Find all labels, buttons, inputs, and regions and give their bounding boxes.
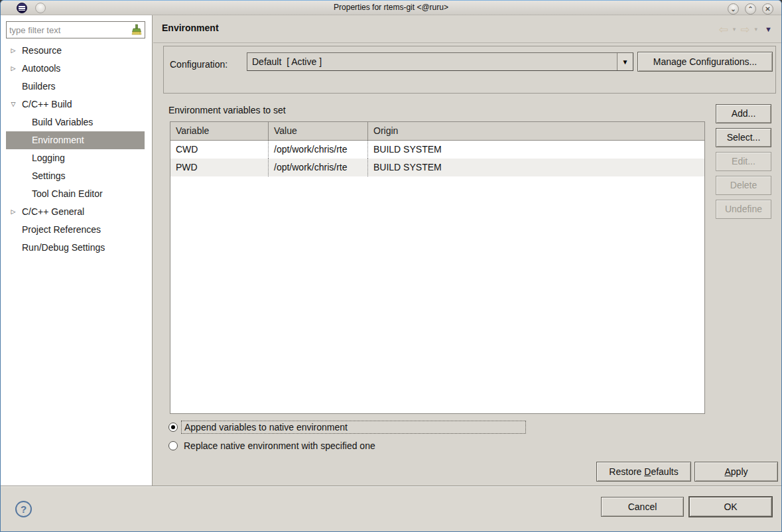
dialog-footer: ? Cancel OK <box>1 486 781 531</box>
sidebar-item-autotools[interactable]: ▷Autotools <box>6 60 145 78</box>
properties-dialog: Properties for rtems-git <@ruru> ⌄ ⌃ ✕ ▷… <box>0 0 782 532</box>
combo-dropdown-icon[interactable]: ▼ <box>617 53 633 70</box>
close-icon[interactable]: ✕ <box>762 3 773 15</box>
table-header: Variable Value Origin <box>170 122 704 141</box>
minimize-icon[interactable]: ⌄ <box>728 3 739 15</box>
cell-origin: BUILD SYSTEM <box>368 141 704 159</box>
apply-button[interactable]: Apply <box>694 462 778 482</box>
sidebar-tree: ▷Resource▷AutotoolsBuilders▽C/C++ BuildB… <box>6 42 145 257</box>
expanded-arrow-icon[interactable]: ▽ <box>9 96 18 113</box>
sidebar-item-label: Builders <box>22 78 56 96</box>
table-row[interactable]: CWD/opt/work/chris/rteBUILD SYSTEM <box>170 141 704 159</box>
environment-options: Append variables to native environmentRe… <box>168 418 526 455</box>
manage-configurations-button[interactable]: Manage Configurations... <box>637 52 773 72</box>
collapsed-arrow-icon[interactable]: ▷ <box>9 42 18 60</box>
variables-label: Environment variables to set <box>168 105 286 115</box>
option-replace-native-environment-with-specified-one[interactable]: Replace native environment with specifie… <box>168 436 526 455</box>
sidebar-item-run-debug-settings[interactable]: Run/Debug Settings <box>6 239 145 257</box>
cell-variable: CWD <box>170 141 269 159</box>
delete-button: Delete <box>716 176 771 195</box>
sidebar-item-label: Resource <box>22 42 62 60</box>
sidebar-item-c-c-general[interactable]: ▷C/C++ General <box>6 203 145 221</box>
nav-icons: ⇦ ▾ ⇨ ▾ ▼ <box>719 21 772 37</box>
page-title: Environment <box>162 23 219 33</box>
radio-selected-icon[interactable] <box>168 423 178 432</box>
cell-variable: PWD <box>170 159 269 176</box>
sidebar-item-label: Settings <box>32 167 66 185</box>
undefine-button: Undefine <box>716 200 771 219</box>
ok-button[interactable]: OK <box>689 497 772 517</box>
sidebar-item-resource[interactable]: ▷Resource <box>6 42 145 60</box>
collapsed-arrow-icon[interactable]: ▷ <box>9 60 18 78</box>
sidebar-item-project-references[interactable]: Project References <box>6 221 145 239</box>
sidebar-item-builders[interactable]: Builders <box>6 78 145 96</box>
back-icon[interactable]: ⇦ <box>719 23 728 36</box>
apply-label-key: A <box>724 466 730 477</box>
sidebar-item-tool-chain-editor[interactable]: Tool Chain Editor <box>6 185 145 203</box>
help-icon[interactable]: ? <box>15 501 32 517</box>
add-button[interactable]: Add... <box>716 104 771 123</box>
action-buttons: Add...Select...Edit...DeleteUndefine <box>716 104 771 224</box>
column-header-origin[interactable]: Origin <box>368 122 704 140</box>
sidebar-item-logging[interactable]: Logging <box>6 149 145 167</box>
select-button[interactable]: Select... <box>716 128 771 147</box>
sidebar-item-label: C/C++ General <box>22 203 84 221</box>
configuration-group: Configuration: Default [ Active ] ▼ Mana… <box>163 46 776 94</box>
maximize-icon[interactable]: ⌃ <box>745 3 756 15</box>
option-label: Append variables to native environment <box>181 421 526 434</box>
view-menu-icon[interactable]: ▼ <box>765 25 772 33</box>
table-body: CWD/opt/work/chris/rteBUILD SYSTEMPWD/op… <box>170 141 704 176</box>
configuration-label: Configuration: <box>170 59 228 70</box>
radio-unselected-icon[interactable] <box>168 441 178 450</box>
cancel-button[interactable]: Cancel <box>601 497 684 517</box>
cell-value: /opt/work/chris/rte <box>269 159 368 176</box>
option-label: Replace native environment with specifie… <box>181 440 378 452</box>
filter-box <box>6 21 145 38</box>
titlebar: Properties for rtems-git <@ruru> ⌄ ⌃ ✕ <box>1 1 781 15</box>
sidebar-item-label: Environment <box>32 131 84 149</box>
back-caret-icon[interactable]: ▾ <box>733 26 736 33</box>
option-append-variables-to-native-environment[interactable]: Append variables to native environment <box>168 418 526 436</box>
sidebar-item-settings[interactable]: Settings <box>6 167 145 185</box>
collapsed-arrow-icon[interactable]: ▷ <box>9 203 18 221</box>
configuration-combobox[interactable]: Default [ Active ] ▼ <box>247 52 633 71</box>
apply-label-post: pply <box>731 466 748 477</box>
restore-defaults-button[interactable]: Restore Defaults <box>596 462 691 482</box>
sidebar-item-label: C/C++ Build <box>22 96 72 113</box>
content-pane: Environment ⇦ ▾ ⇨ ▾ ▼ Configuration: Def… <box>153 15 781 486</box>
table-row[interactable]: PWD/opt/work/chris/rteBUILD SYSTEM <box>170 159 704 176</box>
column-header-value[interactable]: Value <box>269 122 368 140</box>
variables-table: Variable Value Origin CWD/opt/work/chris… <box>170 121 705 414</box>
clear-filter-icon[interactable] <box>131 24 143 36</box>
sidebar-item-label: Build Variables <box>32 113 93 131</box>
content-header: Environment ⇦ ▾ ⇨ ▾ ▼ <box>153 15 781 43</box>
sidebar-item-label: Autotools <box>22 60 60 78</box>
cell-value: /opt/work/chris/rte <box>269 141 368 159</box>
restore-defaults-label-key: D <box>644 466 651 477</box>
column-header-variable[interactable]: Variable <box>170 122 269 140</box>
sidebar-item-c-c-build[interactable]: ▽C/C++ Build <box>6 96 145 113</box>
restore-defaults-label-post: efaults <box>651 466 678 477</box>
forward-caret-icon[interactable]: ▾ <box>755 26 758 33</box>
filter-input[interactable] <box>7 25 131 35</box>
sidebar-item-build-variables[interactable]: Build Variables <box>6 113 145 131</box>
sidebar-item-label: Tool Chain Editor <box>32 185 103 203</box>
sidebar-item-label: Run/Debug Settings <box>22 239 105 257</box>
sidebar-item-environment[interactable]: Environment <box>6 131 145 149</box>
forward-icon[interactable]: ⇨ <box>740 23 749 36</box>
sidebar: ▷Resource▷AutotoolsBuilders▽C/C++ BuildB… <box>1 15 153 486</box>
configuration-value: Default [ Active ] <box>247 56 617 67</box>
restore-defaults-label-pre: Restore <box>609 466 644 477</box>
sidebar-item-label: Project References <box>22 221 101 239</box>
cell-origin: BUILD SYSTEM <box>368 159 704 176</box>
edit-button: Edit... <box>716 152 771 171</box>
window-title: Properties for rtems-git <@ruru> <box>1 3 781 12</box>
sidebar-item-label: Logging <box>32 149 65 167</box>
